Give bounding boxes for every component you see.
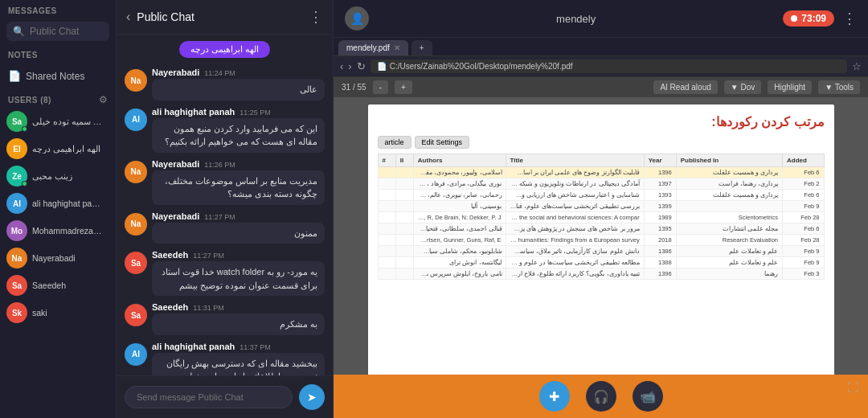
msg-content: Nayerabadi 11:24 PM عالی	[152, 68, 325, 100]
chat-header: ‹ Public Chat ⋮	[117, 0, 333, 35]
chat-input[interactable]	[125, 386, 293, 408]
browser-tab-active[interactable]: mendely.pdf ✕	[338, 40, 408, 55]
audio-action-btn[interactable]: 🎧	[586, 381, 616, 412]
sidebar-user-item[interactable]: Ze زینب محبی	[0, 162, 116, 190]
table-row[interactable]: نوری بیگدلی، مرادی، فرهاد ، هوشنگ فراهان…	[378, 178, 824, 190]
add-action-btn[interactable]: ✚	[539, 381, 570, 412]
msg-bubble: ممنون	[152, 223, 325, 244]
user-avatar: Sa	[6, 275, 27, 296]
chat-title: Public Chat	[137, 10, 302, 23]
pdf-heading: مرتب کردن رکوردها:	[378, 114, 825, 129]
table-row[interactable]: لیگانتسه، انوش ترایمطالعه تطبیقی اثربخشی…	[378, 257, 824, 268]
table-row[interactable]: شابلونیو، محکم، شاملی سیاست، کارآزمایی، …	[378, 246, 824, 257]
table-cell: پرداری و همسیت علقلت	[676, 190, 782, 201]
table-cell: آمادگی دیجیتالی در ارتباطات وتلویزیون و …	[506, 178, 644, 190]
back-nav-btn[interactable]: ‹	[340, 60, 343, 72]
table-cell: رهنما	[676, 268, 782, 280]
table-row[interactable]: رحمانی، صابر، نیوبری، عالم، علی جانگ، یل…	[378, 190, 824, 201]
msg-avatar: Na	[125, 69, 147, 92]
sidebar-user-item[interactable]: El الهه ابراهیمی درچه	[0, 135, 116, 162]
user-name-label: Mohammadreza Vali...	[32, 226, 103, 236]
video-action-btn[interactable]: 📹	[633, 381, 663, 412]
user-name-label: Nayerabadi	[32, 253, 76, 263]
table-cell: لیگانتسه، انوش ترای	[413, 257, 506, 268]
table-header-cell: #	[378, 154, 395, 167]
search-bar[interactable]: 🔍	[6, 22, 109, 41]
sidebar-user-item[interactable]: Sa Saeedeh	[0, 272, 116, 299]
user-avatar: El	[6, 138, 27, 159]
bookmark-btn[interactable]: ☆	[852, 60, 862, 72]
user-name-label: saki	[32, 308, 47, 318]
msg-content: ali haghighat panah 11:37 PM ببخشید مقال…	[152, 342, 325, 376]
table-cell: Sile, Linde, Pölönen, Jarmo, Sivertsen, …	[413, 235, 506, 246]
msg-sender: Saeedeh	[152, 302, 188, 312]
table-row[interactable]: Nederhof, Ai, Zwaan, R, De Brain, N; Dek…	[378, 212, 824, 223]
back-arrow-icon[interactable]: ‹	[126, 10, 130, 24]
table-cell: 1395	[644, 223, 676, 235]
msg-time: 11:37 PM	[240, 343, 271, 351]
message-group: Na Nayerabadi 11:27 PM ممنون	[125, 211, 325, 244]
table-cell: Feb 6	[782, 167, 824, 178]
forward-nav-btn[interactable]: ›	[348, 60, 351, 72]
refresh-btn[interactable]: ↻	[357, 60, 366, 72]
pdf-menu-icon[interactable]: ⋮	[842, 10, 857, 27]
sidebar-user-item[interactable]: Al ali haghighat panah	[0, 190, 116, 217]
zoom-in-btn[interactable]: +	[395, 80, 412, 94]
msg-avatar: Sa	[125, 252, 147, 274]
edit-settings-tab-btn[interactable]: Edit Settings	[415, 136, 470, 149]
table-cell	[395, 246, 413, 257]
zoom-level-btn[interactable]: ▼ Dov	[724, 80, 761, 94]
msg-content: Nayerabadi 11:27 PM ممنون	[152, 211, 325, 244]
gear-icon[interactable]: ⚙	[99, 94, 108, 105]
table-cell: نوری بیگدلی، مرادی، فرهاد ، هوشنگ فراهان…	[413, 178, 506, 190]
table-cell: Feb 9	[782, 257, 824, 268]
expand-icon[interactable]: ⛶	[847, 381, 858, 394]
pdf-bottom-bar: ✚ 🎧 📹 ⛶	[334, 375, 868, 418]
sidebar-user-item[interactable]: Mo Mohammadreza Vali...	[0, 217, 116, 244]
table-cell: 1989	[644, 212, 676, 223]
table-row[interactable]: نامی باروخ، ایلوش سرپرس بوتو؟، تقوی ارزی…	[378, 268, 824, 280]
table-cell: Scientometrics	[676, 212, 782, 223]
table-cell	[378, 167, 395, 178]
sidebar-user-item[interactable]: Sa سمیه توده خیلی (You)	[0, 108, 116, 135]
browser-new-tab[interactable]: +	[411, 40, 432, 55]
address-bar[interactable]: 📄 C:/Users/Zainab%20GoI/Desktop/mendely%…	[371, 59, 847, 73]
special-bubble-text: الهه ابراهیمی درچه	[179, 41, 270, 58]
pdf-content: 31 / 55 - + AI Read aloud ▼ Dov Highligh…	[334, 77, 868, 418]
pdf-body: مرتب کردن رکوردها: article Edit Settings…	[334, 98, 868, 375]
send-button[interactable]: ➤	[299, 384, 325, 410]
msg-time: 11:27 PM	[204, 213, 235, 221]
article-tab-btn[interactable]: article	[378, 136, 411, 149]
shared-notes-item[interactable]: 📄 Shared Notes	[0, 66, 116, 86]
zoom-out-btn[interactable]: -	[373, 80, 388, 94]
msg-content: Saeedeh 11:31 PM به مشکرم	[152, 302, 325, 335]
msg-sender-line: Saeedeh 11:31 PM	[152, 302, 325, 312]
msg-time: 11:31 PM	[193, 304, 224, 312]
pdf-user-icon: 👤	[345, 6, 369, 31]
msg-avatar: Al	[125, 343, 147, 366]
chat-menu-icon[interactable]: ⋮	[309, 8, 323, 26]
msg-avatar: Na	[125, 161, 147, 183]
read-aloud-btn[interactable]: AI Read aloud	[653, 80, 717, 94]
table-row[interactable]: Sile, Linde, Pölönen, Jarmo, Sivertsen, …	[378, 235, 824, 246]
user-avatar: Sa	[6, 111, 27, 132]
search-input[interactable]	[30, 26, 103, 37]
table-cell: 1399	[644, 201, 676, 212]
msg-bubble: این که می فرمایید وارد کردن منبع همون مق…	[152, 118, 325, 153]
msg-sender: ali haghighat panah	[152, 107, 235, 117]
table-cell: علم و تعاملات علم	[676, 257, 782, 268]
table-row[interactable]: بوسینی، آلیابررسی تطبیقی اثربخشی سیاست‌ه…	[378, 201, 824, 212]
users-list: Sa سمیه توده خیلی (You) El الهه ابراهیمی…	[0, 108, 116, 326]
table-cell: Feb 9	[782, 201, 824, 212]
pdf-page: مرتب کردن رکوردها: article Edit Settings…	[368, 104, 834, 375]
table-cell: Feb 28	[782, 212, 824, 223]
msg-avatar: Sa	[125, 304, 147, 326]
tools-btn[interactable]: ▼ Tools	[818, 80, 860, 94]
highlight-btn[interactable]: Highlight	[768, 80, 812, 94]
sidebar-user-item[interactable]: Sk saki	[0, 299, 116, 326]
table-row[interactable]: قبالی احمدی، سلطانی، فتحیان، سلیمانی، اح…	[378, 223, 824, 235]
pdf-timer: 73:09	[783, 10, 834, 27]
sidebar-user-item[interactable]: Na Nayerabadi	[0, 244, 116, 272]
tab-close-icon[interactable]: ✕	[394, 43, 400, 52]
table-row[interactable]: اسلامی، ولیبور، محمودی، مقدم، سیبویه مرس…	[378, 167, 824, 178]
